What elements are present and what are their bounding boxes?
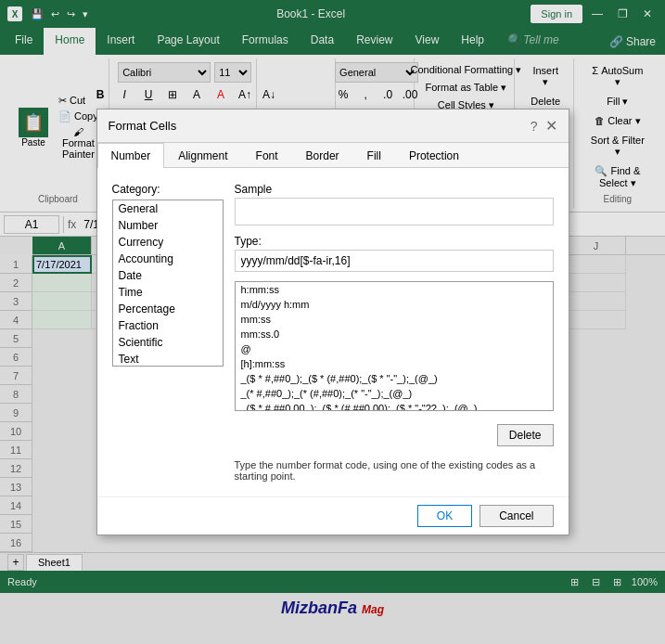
category-accounting[interactable]: Accounting	[113, 251, 223, 267]
dialog-controls: ? ✕	[531, 117, 557, 135]
type-list-item[interactable]: _($ * #,##0.00_);_($ * (#,##0.00);_($ * …	[236, 401, 553, 411]
type-list-item[interactable]: mm:ss	[236, 312, 553, 327]
right-panel: Sample Type: h:mm:ss m/d/yyyy h:mm mm:s	[235, 183, 554, 482]
dialog-help-button[interactable]: ?	[531, 119, 538, 134]
type-list-item[interactable]: @	[236, 341, 553, 356]
category-date[interactable]: Date	[113, 267, 223, 284]
type-list-item[interactable]: [h]:mm:ss	[236, 356, 553, 371]
category-list[interactable]: General Number Currency Accounting Date …	[112, 200, 224, 367]
dialog-footer: OK Cancel	[97, 496, 569, 535]
cancel-button[interactable]: Cancel	[480, 505, 553, 527]
dialog-tab-bar: Number Alignment Font Border Fill Protec…	[97, 143, 569, 168]
dialog-tab-font[interactable]: Font	[242, 143, 292, 168]
category-fraction[interactable]: Fraction	[113, 317, 223, 334]
type-section: Type:	[235, 235, 554, 272]
dialog-title-bar: Format Cells ? ✕	[97, 109, 569, 143]
type-list-container: h:mm:ss m/d/yyyy h:mm mm:ss mm:ss.0 @ [h…	[235, 281, 554, 411]
type-list[interactable]: h:mm:ss m/d/yyyy h:mm mm:ss mm:ss.0 @ [h…	[235, 281, 554, 411]
delete-format-button[interactable]: Delete	[497, 424, 554, 446]
dialog-body: Category: General Number Currency Accoun…	[97, 168, 569, 496]
category-general[interactable]: General	[113, 200, 223, 217]
dialog-tab-number[interactable]: Number	[97, 143, 165, 168]
dialog-title: Format Cells	[109, 119, 177, 133]
type-list-item[interactable]: mm:ss.0	[236, 327, 553, 341]
category-text[interactable]: Text	[113, 351, 223, 367]
category-panel: Category: General Number Currency Accoun…	[112, 183, 224, 482]
category-percentage[interactable]: Percentage	[113, 301, 223, 317]
ok-button[interactable]: OK	[417, 505, 472, 527]
type-list-item[interactable]: h:mm:ss	[236, 282, 553, 297]
dialog-tab-fill[interactable]: Fill	[353, 143, 395, 168]
category-number[interactable]: Number	[113, 217, 223, 234]
category-label: Category:	[112, 183, 224, 196]
sample-label: Sample	[235, 183, 554, 196]
format-cells-dialog: Format Cells ? ✕ Number Alignment Font B…	[96, 109, 569, 535]
category-scientific[interactable]: Scientific	[113, 334, 223, 351]
type-list-item[interactable]: m/d/yyyy h:mm	[236, 297, 553, 312]
hint-text: Type the number format code, using one o…	[235, 459, 554, 482]
type-list-item[interactable]: _($ * #,##0_);_($ * (#,##0);_($ * "-"_);…	[236, 371, 553, 386]
category-section: Category: General Number Currency Accoun…	[112, 183, 554, 482]
category-currency[interactable]: Currency	[113, 234, 223, 251]
category-time[interactable]: Time	[113, 284, 223, 301]
sample-section: Sample	[235, 183, 554, 225]
dialog-overlay: Format Cells ? ✕ Number Alignment Font B…	[0, 0, 665, 644]
sample-box	[235, 198, 554, 225]
dialog-close-button[interactable]: ✕	[545, 117, 557, 135]
dialog-tab-alignment[interactable]: Alignment	[164, 143, 241, 168]
dialog-tab-protection[interactable]: Protection	[395, 143, 473, 168]
type-label: Type:	[235, 235, 554, 248]
type-input[interactable]	[235, 250, 554, 272]
dialog-tab-border[interactable]: Border	[292, 143, 353, 168]
type-list-item[interactable]: _(* #,##0_);_(* (#,##0);_(* "-"_);_(@_)	[236, 386, 553, 401]
delete-row: Delete	[235, 424, 554, 446]
